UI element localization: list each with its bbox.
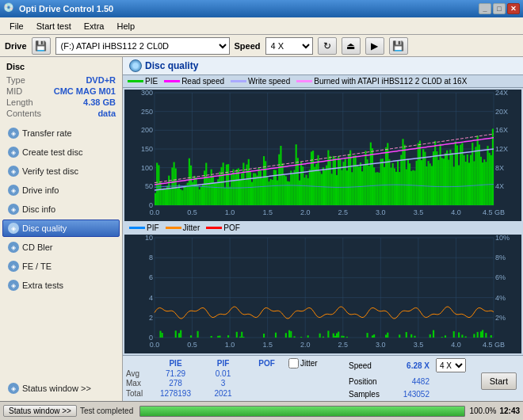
- window-title: Opti Drive Control 1.50: [19, 4, 477, 13]
- avg-row: Avg 71.29 0.01: [126, 368, 336, 379]
- drive-icon-btn[interactable]: 💾: [32, 37, 51, 55]
- sidebar-item-fe-te[interactable]: ◈ FE / TE: [2, 258, 120, 275]
- legend-write-speed: Write speed: [231, 77, 290, 86]
- speed-select[interactable]: 4 X2 X8 X: [265, 37, 313, 55]
- disc-length-label: Length: [6, 97, 33, 107]
- total-row: Total 1278193 2021: [126, 388, 336, 399]
- disc-info-icon: ◈: [8, 204, 19, 215]
- start-button[interactable]: Start: [481, 372, 517, 390]
- menu-extra[interactable]: Extra: [78, 20, 111, 32]
- bottom-chart-canvas: [124, 235, 521, 353]
- menu-start-test[interactable]: Start test: [30, 20, 78, 32]
- status-window-button[interactable]: Status window >>: [3, 405, 77, 417]
- legend-pie-label: PIE: [145, 77, 158, 86]
- legend-read-speed-color: [164, 80, 180, 82]
- progress-bar-container: [139, 406, 465, 417]
- status-window-label: Status window >>: [22, 384, 91, 393]
- max-label: Max: [126, 379, 150, 389]
- legend-pof-color: [206, 227, 222, 229]
- sidebar-item-transfer-rate[interactable]: ◈ Transfer rate: [2, 124, 120, 142]
- menubar: File Start test Extra Help: [0, 17, 523, 35]
- save-button[interactable]: 💾: [389, 37, 408, 55]
- eject-button[interactable]: ⏏: [342, 37, 361, 55]
- sidebar-status-window-btn[interactable]: ◈ Status window >>: [2, 380, 120, 397]
- create-test-disc-label: Create test disc: [22, 147, 82, 157]
- legend-jitter-color: [166, 227, 181, 229]
- jitter-checkbox-area: Jitter: [288, 358, 336, 368]
- transfer-rate-label: Transfer rate: [22, 128, 72, 138]
- sidebar-item-cd-bler[interactable]: ◈ CD Bler: [2, 239, 120, 256]
- disc-info-label: Disc info: [22, 204, 55, 214]
- legend-burned-label: Burned with ATAPI iHBS112 2 CL0D at 16X: [314, 77, 467, 86]
- start-btn-cell: Start: [433, 372, 520, 390]
- sidebar-item-drive-info[interactable]: ◈ Drive info: [2, 181, 120, 199]
- disc-contents-row: Contents data: [0, 108, 122, 119]
- samples-value: 143052: [403, 390, 429, 399]
- jitter-total: [288, 388, 336, 399]
- pie-max: 278: [150, 379, 201, 389]
- sidebar-item-disc-info[interactable]: ◈ Disc info: [2, 200, 120, 218]
- legend-pof: POF: [206, 223, 240, 232]
- pie-avg: 71.29: [150, 368, 201, 379]
- stats-right-panel: Speed 6.28 X 4 X2 X8 X Position 4482 Sta…: [345, 358, 520, 399]
- pof-max: [245, 379, 288, 389]
- main-area: Disc Type DVD+R MID CMC MAG M01 Length 4…: [0, 57, 523, 401]
- sidebar-item-extra-tests[interactable]: ◈ Extra tests: [2, 277, 120, 294]
- transfer-rate-icon: ◈: [8, 128, 19, 139]
- disc-quality-label: Disc quality: [22, 223, 67, 233]
- pof-avg: [245, 368, 288, 379]
- pie-header: PIE: [150, 358, 201, 368]
- position-label: Position: [349, 377, 377, 386]
- drivebar: Drive 💾 (F:) ATAPI iHBS112 2 CL0D Speed …: [0, 35, 523, 57]
- bottom-chart: [124, 235, 521, 353]
- progress-percent: 100.0%: [468, 407, 496, 415]
- maximize-button[interactable]: □: [493, 3, 506, 14]
- minimize-button[interactable]: _: [479, 3, 491, 14]
- fe-te-icon: ◈: [8, 261, 19, 272]
- cd-bler-icon: ◈: [8, 242, 19, 253]
- extra-tests-label: Extra tests: [22, 281, 63, 290]
- refresh-button[interactable]: ↻: [318, 37, 337, 55]
- sidebar: Disc Type DVD+R MID CMC MAG M01 Length 4…: [0, 57, 123, 401]
- stats-speed-select[interactable]: 4 X2 X8 X: [436, 358, 466, 372]
- fe-te-label: FE / TE: [22, 262, 52, 271]
- create-test-disc-icon: ◈: [8, 147, 19, 158]
- legend-jitter: Jitter: [166, 223, 200, 232]
- sidebar-item-verify-test-disc[interactable]: ◈ Verify test disc: [2, 162, 120, 180]
- progress-bar: [140, 407, 464, 416]
- content-area: Disc quality PIE Read speed Write speed …: [123, 57, 523, 401]
- drive-select[interactable]: (F:) ATAPI iHBS112 2 CL0D: [55, 37, 230, 55]
- disc-mid-value: CMC MAG M01: [54, 86, 116, 96]
- disc-length-value: 4.38 GB: [83, 97, 116, 107]
- chart-legend-bottom: PIF Jitter POF: [124, 223, 521, 233]
- app-icon: 💿: [3, 2, 16, 15]
- menu-file[interactable]: File: [3, 20, 30, 32]
- avg-label: Avg: [126, 368, 150, 379]
- drive-info-icon: ◈: [8, 185, 19, 196]
- pie-total: 1278193: [150, 388, 201, 399]
- menu-help[interactable]: Help: [110, 20, 141, 32]
- top-chart: [124, 90, 521, 221]
- read-button[interactable]: ▶: [365, 37, 384, 55]
- samples-label: Samples: [349, 390, 380, 399]
- disc-section-label: Disc: [0, 60, 122, 74]
- max-row: Max 278 3: [126, 379, 336, 389]
- sidebar-item-disc-quality[interactable]: ◈ Disc quality: [2, 220, 120, 237]
- sidebar-item-create-test-disc[interactable]: ◈ Create test disc: [2, 143, 120, 161]
- speed-row: Speed 6.28 X: [345, 361, 433, 370]
- close-button[interactable]: ✕: [507, 3, 520, 14]
- clock: 12:43: [499, 407, 520, 415]
- speed-select-row[interactable]: 4 X2 X8 X: [433, 358, 520, 372]
- pof-header: POF: [245, 358, 288, 368]
- status-text: Test completed: [80, 407, 133, 415]
- disc-contents-label: Contents: [6, 109, 41, 118]
- legend-pif-color: [129, 227, 145, 229]
- total-label: Total: [126, 388, 150, 399]
- chart-legend-top: PIE Read speed Write speed Burned with A…: [123, 75, 523, 88]
- titlebar: 💿 Opti Drive Control 1.50 _ □ ✕: [0, 0, 523, 17]
- extra-tests-icon: ◈: [8, 280, 19, 291]
- disc-contents-value: data: [97, 109, 116, 118]
- legend-pof-label: POF: [223, 223, 240, 232]
- jitter-checkbox[interactable]: [288, 358, 299, 368]
- disc-mid-label: MID: [6, 86, 22, 96]
